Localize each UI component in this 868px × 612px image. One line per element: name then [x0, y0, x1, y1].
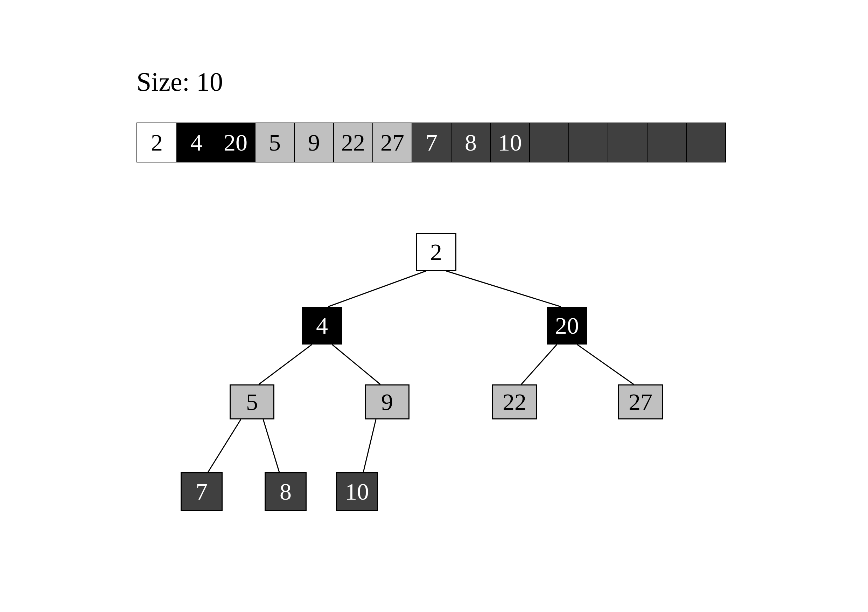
- tree-node: 27: [618, 384, 663, 419]
- tree-edges: [0, 0, 868, 612]
- tree-edge: [363, 419, 376, 472]
- tree-edge: [521, 345, 557, 384]
- tree-node: 9: [365, 384, 409, 419]
- tree-edge: [263, 419, 279, 472]
- tree-node: 10: [336, 472, 378, 511]
- diagram-page: Size: 10 24205922277810 24205922277810: [0, 0, 868, 612]
- tree-node: 5: [229, 384, 274, 419]
- tree-edge: [446, 271, 561, 307]
- tree-node: 2: [416, 233, 456, 271]
- tree-edge: [259, 345, 312, 384]
- tree-edge: [332, 345, 380, 384]
- tree-node: 7: [181, 472, 223, 511]
- tree-edge: [208, 419, 241, 472]
- heap-tree: 24205922277810: [0, 0, 868, 612]
- tree-node: 4: [302, 307, 342, 345]
- tree-node: 20: [547, 307, 587, 345]
- tree-node: 8: [265, 472, 307, 511]
- tree-node: 22: [492, 384, 537, 419]
- tree-edge: [577, 345, 634, 384]
- tree-edge: [328, 271, 426, 307]
